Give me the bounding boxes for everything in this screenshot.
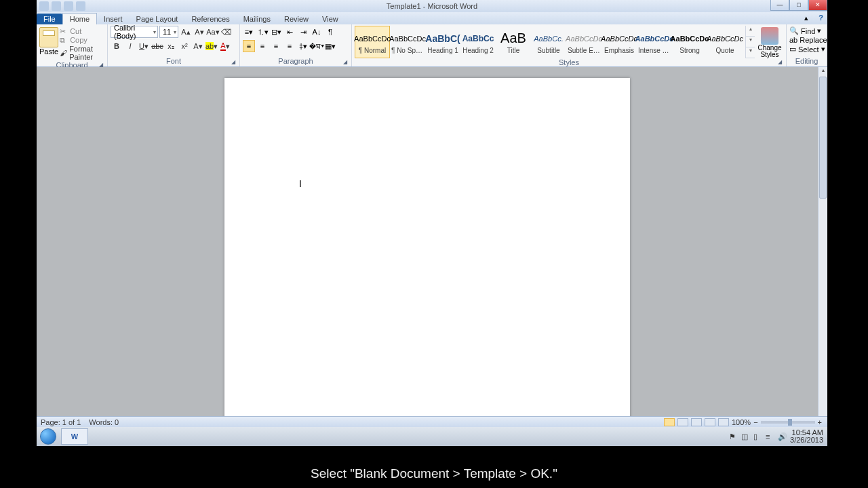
align-right-button[interactable]: ≡: [270, 40, 282, 52]
document-area[interactable]: I: [37, 67, 818, 416]
style-subtle-em-[interactable]: AaBbCcDcSubtle Em...: [566, 26, 601, 58]
replace-icon: ab: [789, 36, 797, 44]
superscript-button[interactable]: x²: [178, 40, 191, 52]
find-button[interactable]: 🔍Find▾: [789, 26, 827, 35]
zoom-slider[interactable]: [761, 421, 815, 424]
word-count[interactable]: Words: 0: [89, 418, 119, 426]
tab-review[interactable]: Review: [277, 14, 315, 24]
font-name-combo[interactable]: Calibri (Body): [111, 26, 158, 38]
styles-gallery[interactable]: AaBbCcDc¶ NormalAaBbCcDc¶ No Spaci...AaB…: [355, 26, 744, 58]
styles-dialog-icon[interactable]: ◢: [776, 59, 783, 66]
font-dialog-icon[interactable]: ◢: [230, 59, 237, 66]
clear-formatting-button[interactable]: ⌫: [220, 26, 233, 38]
tray-battery-icon[interactable]: ▯: [753, 432, 762, 441]
text-cursor: I: [299, 178, 302, 189]
draft-view-button[interactable]: [718, 418, 729, 426]
help-icon[interactable]: ?: [818, 14, 823, 22]
close-button[interactable]: ✕: [808, 0, 827, 11]
tab-file[interactable]: File: [37, 14, 62, 24]
print-layout-view-button[interactable]: [664, 418, 675, 426]
increase-indent-button[interactable]: ⇥: [297, 26, 309, 38]
taskbar: W ⚑ ◫ ▯ ≡ 🔊 10:54 AM3/26/2013: [37, 427, 827, 446]
style-intense-e-[interactable]: AaBbCcDcIntense E...: [637, 26, 672, 58]
redo-icon[interactable]: [76, 1, 85, 11]
cut-button[interactable]: ✂Cut: [60, 27, 104, 35]
tray-flag-icon[interactable]: ⚑: [729, 432, 737, 441]
style-heading-2[interactable]: AaBbCcHeading 2: [460, 26, 496, 58]
tab-insert[interactable]: Insert: [97, 14, 130, 24]
tab-mailings[interactable]: Mailings: [237, 14, 277, 24]
line-spacing-button[interactable]: ‡▾: [297, 40, 309, 52]
tab-page-layout[interactable]: Page Layout: [130, 14, 185, 24]
start-button[interactable]: [37, 427, 60, 446]
tray-clock[interactable]: 10:54 AM3/26/2013: [790, 429, 823, 444]
minimize-button[interactable]: —: [770, 0, 789, 11]
change-styles-button[interactable]: Change Styles: [756, 26, 783, 58]
zoom-in-button[interactable]: +: [818, 418, 822, 426]
page-indicator[interactable]: Page: 1 of 1: [41, 418, 81, 426]
style-subtitle[interactable]: AaBbCc.Subtitle: [531, 26, 566, 58]
page[interactable]: I: [224, 78, 630, 416]
text-effects-button[interactable]: A▾: [192, 40, 204, 52]
styles-scroll[interactable]: ▴▾▾: [745, 26, 755, 58]
tab-home[interactable]: Home: [62, 13, 97, 24]
ribbon: Paste ✂Cut ⧉Copy 🖌Format Painter Clipboa…: [37, 24, 827, 67]
paste-label: Paste: [39, 47, 58, 56]
style-strong[interactable]: AaBbCcDcStrong: [672, 26, 707, 58]
select-button[interactable]: ▭Select▾: [789, 45, 827, 54]
underline-button[interactable]: U▾: [138, 40, 150, 52]
decrease-indent-button[interactable]: ⇤: [283, 26, 296, 38]
save-icon[interactable]: [52, 1, 61, 11]
bullets-button[interactable]: ≡▾: [243, 26, 255, 38]
font-size-combo[interactable]: 11: [159, 26, 178, 38]
multilevel-list-button[interactable]: ⊟▾: [270, 26, 282, 38]
change-styles-icon: [761, 27, 778, 45]
paste-button[interactable]: Paste: [39, 26, 58, 56]
zoom-level[interactable]: 100%: [732, 418, 751, 426]
styles-group-label: Styles: [559, 58, 579, 66]
justify-button[interactable]: ≡: [283, 40, 296, 52]
numbering-button[interactable]: ⒈▾: [256, 26, 269, 38]
shading-button[interactable]: �घ▾: [311, 40, 323, 52]
grow-font-button[interactable]: A▴: [180, 26, 192, 38]
font-color-button[interactable]: A▾: [219, 40, 231, 52]
outline-view-button[interactable]: [705, 418, 715, 426]
tab-view[interactable]: View: [315, 14, 345, 24]
align-left-button[interactable]: ≡: [243, 40, 255, 52]
borders-button[interactable]: ▦▾: [324, 40, 336, 52]
zoom-out-button[interactable]: −: [753, 418, 757, 426]
window-title: Template1 - Microsoft Word: [37, 2, 827, 10]
style-quote[interactable]: AaBbCcDcQuote: [707, 26, 743, 58]
fullscreen-reading-view-button[interactable]: [677, 418, 688, 426]
tray-network-icon[interactable]: ◫: [741, 432, 749, 441]
shrink-font-button[interactable]: A▾: [193, 26, 205, 38]
minimize-ribbon-icon[interactable]: ▴: [804, 14, 811, 20]
change-case-button[interactable]: Aa▾: [207, 26, 219, 38]
web-layout-view-button[interactable]: [691, 418, 702, 426]
maximize-button[interactable]: □: [789, 0, 808, 11]
strikethrough-button[interactable]: abc: [151, 40, 163, 52]
bold-button[interactable]: B: [111, 40, 123, 52]
vertical-scrollbar[interactable]: ▴: [818, 67, 827, 416]
style-heading-1[interactable]: AaBbC(Heading 1: [425, 26, 460, 58]
format-painter-button[interactable]: 🖌Format Painter: [60, 45, 104, 61]
tab-references[interactable]: References: [184, 14, 236, 24]
style--no-spaci-[interactable]: AaBbCcDc¶ No Spaci...: [390, 26, 425, 58]
tray-volume-icon[interactable]: 🔊: [778, 432, 786, 441]
paragraph-dialog-icon[interactable]: ◢: [342, 59, 349, 66]
style-emphasis[interactable]: AaBbCcDcEmphasis: [601, 26, 637, 58]
word-icon: [39, 1, 49, 11]
replace-button[interactable]: abReplace: [789, 36, 827, 44]
style--normal[interactable]: AaBbCcDc¶ Normal: [355, 26, 390, 58]
copy-button[interactable]: ⧉Copy: [60, 36, 104, 44]
show-marks-button[interactable]: ¶: [324, 26, 336, 38]
sort-button[interactable]: A↓: [311, 26, 323, 38]
align-center-button[interactable]: ≡: [256, 40, 269, 52]
subscript-button[interactable]: x₂: [165, 40, 177, 52]
tray-wifi-icon[interactable]: ≡: [766, 432, 774, 441]
taskbar-word-button[interactable]: W: [61, 428, 88, 445]
highlight-button[interactable]: ab▾: [205, 40, 218, 52]
undo-icon[interactable]: [64, 1, 73, 11]
italic-button[interactable]: I: [124, 40, 136, 52]
style-title[interactable]: AaBTitle: [496, 26, 531, 58]
